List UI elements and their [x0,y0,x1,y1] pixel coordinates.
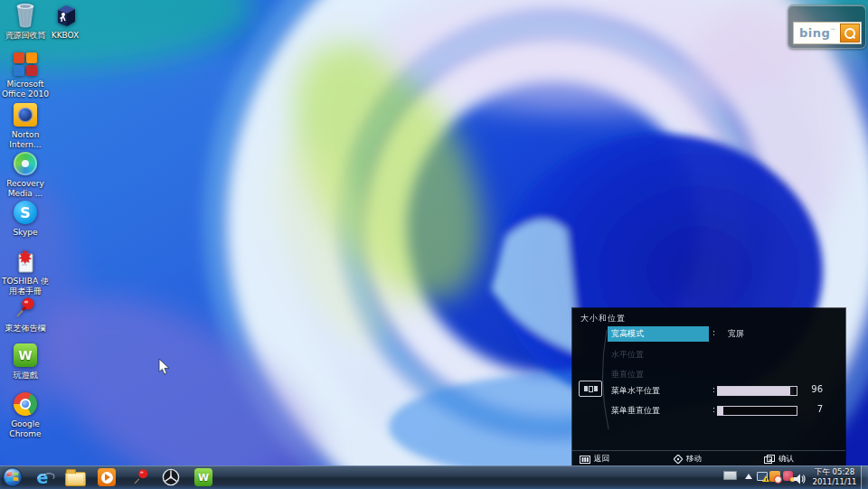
desktop-icon-label: Norton Intern... [0,130,51,150]
desktop-icon-play-games[interactable]: W 玩遊戲 [0,342,51,381]
skype-icon: S [12,199,39,226]
slider-handle[interactable] [790,387,794,395]
osd-item-menu-horizontal-position[interactable]: 菜单水平位置 : 96 [608,383,839,397]
warning-triangle-icon [762,475,769,482]
pushpin-icon [132,468,150,486]
taskbar-toshiba-assist[interactable] [159,467,183,487]
assist-dial-icon [162,468,180,486]
desktop-icon-label: 東芝佈告欄 [5,324,46,334]
recycle-bin-icon [12,2,39,29]
taskbar-bulletin-board[interactable] [129,467,153,487]
taskbar-games[interactable]: W [192,467,215,487]
taskbar: e W 下午 05:28 2011/11/11 [0,465,868,489]
games-icon: W [194,468,212,486]
clock-date: 2011/11/11 [807,477,862,487]
magnifier-icon [844,28,855,39]
osd-item-menu-vertical-position[interactable]: 菜单垂直位置 : 7 [608,403,839,417]
user-manual-icon [12,248,39,275]
monitor-osd-menu: 大小和位置 宽高模式 : 宽屏 水平位置 垂直位置 菜单水平位置 : 96 菜单… [572,308,845,466]
input-keyboard-icon[interactable] [723,471,737,480]
volume-icon[interactable] [794,471,806,488]
network-warning-icon[interactable] [757,471,768,481]
desktop-icon-toshiba-manual[interactable]: TOSHIBA 使用者手冊 [0,248,51,296]
osd-item-value: 96 [797,384,823,394]
kkbox-icon [52,2,79,29]
clock-time: 下午 05:28 [807,467,862,477]
desktop-icon-kkbox[interactable]: KKBOX [40,2,90,41]
media-player-icon [98,468,116,486]
internet-explorer-icon: e [37,469,49,486]
osd-item-vertical-position: 垂直位置 [608,367,839,381]
desktop-icon-recovery[interactable]: Recovery Media ... [0,150,51,199]
bing-search-gadget: bing™ [788,5,866,49]
bing-logo: bing™ [799,26,836,40]
desktop-icon-skype[interactable]: S Skype [0,199,51,238]
osd-slider[interactable] [717,406,797,416]
security-alert-icon[interactable] [769,471,780,482]
desktop-icon-office[interactable]: Microsoft Office 2010 [0,51,51,99]
chrome-icon [12,390,39,418]
desktop-icon-bulletin-board[interactable]: 東芝佈告欄 [0,295,51,334]
desktop-icon-label: 玩遊戲 [14,371,38,381]
osd-confirm-button[interactable]: 确认 [764,454,794,465]
office-2010-icon [12,51,39,78]
start-button[interactable] [3,467,23,487]
windows-orb-icon [3,467,23,487]
bing-search-button[interactable] [840,24,860,42]
desktop-icon-label: Recovery Media ... [0,179,51,199]
pushpin-icon [12,295,39,322]
osd-slider[interactable] [717,386,797,396]
osd-item-horizontal-position: 水平位置 [608,347,839,361]
recovery-disc-icon [12,150,39,177]
games-icon: W [12,342,39,369]
bing-search-box[interactable]: bing™ [793,22,862,44]
taskbar-internet-explorer[interactable]: e [31,467,54,487]
osd-item-value: 7 [797,404,823,414]
show-desktop-button[interactable] [861,465,868,489]
desktop-icon-label: Skype [13,228,37,238]
move-diamond-icon [674,455,683,464]
confirm-icon [764,455,775,464]
desktop-icon-label: Google Chrome [0,419,51,439]
desktop-icon-norton[interactable]: Norton Intern... [0,101,51,150]
osd-title: 大小和位置 [580,313,626,324]
osd-item-value: 宽屏 [728,328,744,340]
folder-icon [65,472,86,486]
norton-globe-icon [12,101,39,128]
desktop-icon-label: TOSHIBA 使用者手冊 [0,277,51,296]
desktop: 資源回收筒 KKBOX Microsoft Office 2010 Norton… [0,0,868,489]
osd-back-button[interactable]: 返回 [580,454,609,465]
menu-bars-icon [580,456,590,464]
desktop-icon-label: KKBOX [52,31,80,41]
desktop-icon-label: Microsoft Office 2010 [0,80,51,99]
osd-move-button[interactable]: 移动 [674,454,702,465]
taskbar-clock[interactable]: 下午 05:28 2011/11/11 [807,467,862,488]
show-hidden-icons-button[interactable] [745,474,752,479]
desktop-icon-chrome[interactable]: Google Chrome [0,390,51,439]
taskbar-windows-explorer[interactable] [63,467,87,487]
osd-item-aspect-mode[interactable]: 宽高模式 : 宽屏 [608,326,839,340]
taskbar-media-player[interactable] [95,467,118,487]
osd-footer: 返回 移动 确认 [572,450,845,466]
media-alert-icon[interactable] [783,471,793,481]
